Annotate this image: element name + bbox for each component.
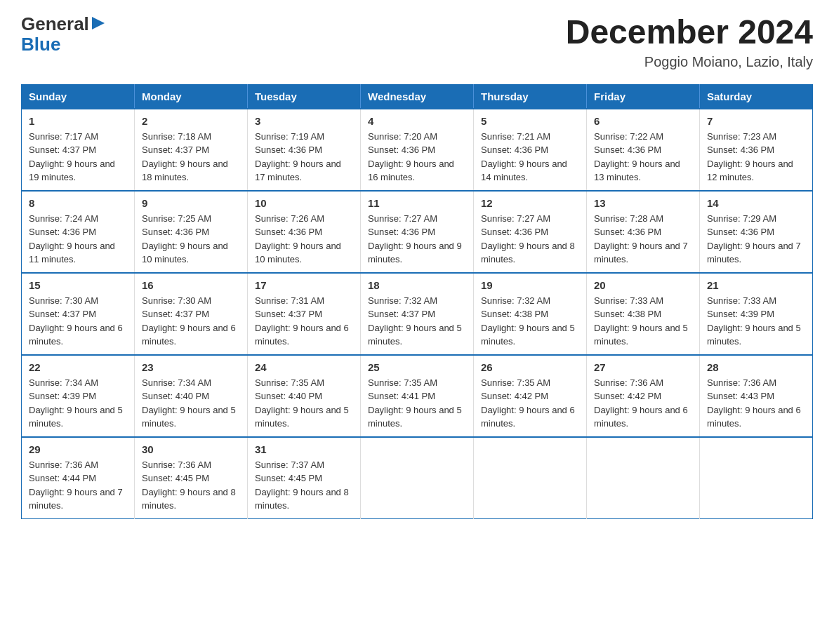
sunset-label: Sunset: 4:44 PM <box>29 473 96 483</box>
calendar-week-row: 29 Sunrise: 7:36 AM Sunset: 4:44 PM Dayl… <box>22 437 813 519</box>
weekday-header-sunday: Sunday <box>22 84 135 109</box>
calendar-cell: 19 Sunrise: 7:32 AM Sunset: 4:38 PM Dayl… <box>474 273 587 355</box>
daylight-label: Daylight: 9 hours and 18 minutes. <box>142 159 228 183</box>
calendar-cell: 13 Sunrise: 7:28 AM Sunset: 4:36 PM Dayl… <box>587 191 700 273</box>
day-info: Sunrise: 7:31 AM Sunset: 4:37 PM Dayligh… <box>255 294 353 349</box>
daylight-label: Daylight: 9 hours and 5 minutes. <box>368 323 462 347</box>
day-number: 6 <box>594 115 692 127</box>
calendar-cell: 21 Sunrise: 7:33 AM Sunset: 4:39 PM Dayl… <box>700 273 813 355</box>
daylight-label: Daylight: 9 hours and 19 minutes. <box>29 159 115 183</box>
calendar-cell: 8 Sunrise: 7:24 AM Sunset: 4:36 PM Dayli… <box>22 191 135 273</box>
calendar-cell: 11 Sunrise: 7:27 AM Sunset: 4:36 PM Dayl… <box>361 191 474 273</box>
sunrise-label: Sunrise: 7:33 AM <box>594 295 663 306</box>
sunrise-label: Sunrise: 7:22 AM <box>594 131 663 142</box>
sunset-label: Sunset: 4:36 PM <box>594 227 661 237</box>
sunrise-label: Sunrise: 7:27 AM <box>481 213 550 224</box>
day-number: 10 <box>255 197 353 209</box>
calendar-cell: 2 Sunrise: 7:18 AM Sunset: 4:37 PM Dayli… <box>135 109 248 191</box>
daylight-label: Daylight: 9 hours and 6 minutes. <box>255 323 349 347</box>
sunset-label: Sunset: 4:40 PM <box>142 391 209 401</box>
day-number: 13 <box>594 197 692 209</box>
calendar-cell: 31 Sunrise: 7:37 AM Sunset: 4:45 PM Dayl… <box>248 437 361 519</box>
sunrise-label: Sunrise: 7:19 AM <box>255 131 324 142</box>
day-number: 23 <box>142 361 240 373</box>
calendar-cell: 4 Sunrise: 7:20 AM Sunset: 4:36 PM Dayli… <box>361 109 474 191</box>
calendar-cell: 18 Sunrise: 7:32 AM Sunset: 4:37 PM Dayl… <box>361 273 474 355</box>
weekday-header-wednesday: Wednesday <box>361 84 474 109</box>
calendar-cell: 16 Sunrise: 7:30 AM Sunset: 4:37 PM Dayl… <box>135 273 248 355</box>
day-info: Sunrise: 7:36 AM Sunset: 4:44 PM Dayligh… <box>29 458 127 513</box>
calendar-cell: 7 Sunrise: 7:23 AM Sunset: 4:36 PM Dayli… <box>700 109 813 191</box>
calendar-cell: 6 Sunrise: 7:22 AM Sunset: 4:36 PM Dayli… <box>587 109 700 191</box>
sunrise-label: Sunrise: 7:36 AM <box>142 459 211 470</box>
day-number: 30 <box>142 443 240 455</box>
sunset-label: Sunset: 4:42 PM <box>594 391 661 401</box>
day-info: Sunrise: 7:26 AM Sunset: 4:36 PM Dayligh… <box>255 212 353 267</box>
day-info: Sunrise: 7:36 AM Sunset: 4:45 PM Dayligh… <box>142 458 240 513</box>
calendar-cell: 9 Sunrise: 7:25 AM Sunset: 4:36 PM Dayli… <box>135 191 248 273</box>
day-info: Sunrise: 7:35 AM Sunset: 4:41 PM Dayligh… <box>368 376 466 431</box>
sunset-label: Sunset: 4:36 PM <box>707 227 774 237</box>
day-info: Sunrise: 7:29 AM Sunset: 4:36 PM Dayligh… <box>707 212 805 267</box>
day-number: 25 <box>368 361 466 373</box>
sunrise-label: Sunrise: 7:23 AM <box>707 131 776 142</box>
day-info: Sunrise: 7:27 AM Sunset: 4:36 PM Dayligh… <box>368 212 466 267</box>
svg-marker-0 <box>92 17 105 29</box>
calendar-cell: 17 Sunrise: 7:31 AM Sunset: 4:37 PM Dayl… <box>248 273 361 355</box>
weekday-header-thursday: Thursday <box>474 84 587 109</box>
sunrise-label: Sunrise: 7:32 AM <box>368 295 437 306</box>
daylight-label: Daylight: 9 hours and 8 minutes. <box>255 487 349 511</box>
day-number: 31 <box>255 443 353 455</box>
daylight-label: Daylight: 9 hours and 8 minutes. <box>481 241 575 265</box>
calendar-cell: 5 Sunrise: 7:21 AM Sunset: 4:36 PM Dayli… <box>474 109 587 191</box>
day-number: 28 <box>707 361 805 373</box>
calendar-cell: 25 Sunrise: 7:35 AM Sunset: 4:41 PM Dayl… <box>361 355 474 437</box>
calendar-cell: 23 Sunrise: 7:34 AM Sunset: 4:40 PM Dayl… <box>135 355 248 437</box>
sunrise-label: Sunrise: 7:34 AM <box>142 377 211 388</box>
daylight-label: Daylight: 9 hours and 5 minutes. <box>29 405 123 429</box>
day-number: 15 <box>29 279 127 291</box>
day-info: Sunrise: 7:32 AM Sunset: 4:38 PM Dayligh… <box>481 294 579 349</box>
day-info: Sunrise: 7:22 AM Sunset: 4:36 PM Dayligh… <box>594 130 692 185</box>
sunset-label: Sunset: 4:40 PM <box>255 391 322 401</box>
sunrise-label: Sunrise: 7:30 AM <box>142 295 211 306</box>
calendar-week-row: 22 Sunrise: 7:34 AM Sunset: 4:39 PM Dayl… <box>22 355 813 437</box>
weekday-header-friday: Friday <box>587 84 700 109</box>
day-info: Sunrise: 7:32 AM Sunset: 4:37 PM Dayligh… <box>368 294 466 349</box>
daylight-label: Daylight: 9 hours and 8 minutes. <box>142 487 236 511</box>
day-info: Sunrise: 7:33 AM Sunset: 4:39 PM Dayligh… <box>707 294 805 349</box>
day-info: Sunrise: 7:34 AM Sunset: 4:39 PM Dayligh… <box>29 376 127 431</box>
day-number: 14 <box>707 197 805 209</box>
sunset-label: Sunset: 4:37 PM <box>368 309 435 319</box>
sunset-label: Sunset: 4:43 PM <box>707 391 774 401</box>
day-info: Sunrise: 7:35 AM Sunset: 4:40 PM Dayligh… <box>255 376 353 431</box>
sunrise-label: Sunrise: 7:29 AM <box>707 213 776 224</box>
sunset-label: Sunset: 4:37 PM <box>142 309 209 319</box>
page-header: General Blue December 2024 Poggio Moiano… <box>21 14 813 70</box>
day-number: 24 <box>255 361 353 373</box>
day-number: 20 <box>594 279 692 291</box>
calendar-week-row: 8 Sunrise: 7:24 AM Sunset: 4:36 PM Dayli… <box>22 191 813 273</box>
sunrise-label: Sunrise: 7:20 AM <box>368 131 437 142</box>
day-info: Sunrise: 7:18 AM Sunset: 4:37 PM Dayligh… <box>142 130 240 185</box>
sunset-label: Sunset: 4:36 PM <box>29 227 96 237</box>
sunrise-label: Sunrise: 7:36 AM <box>594 377 663 388</box>
day-number: 17 <box>255 279 353 291</box>
calendar-cell: 27 Sunrise: 7:36 AM Sunset: 4:42 PM Dayl… <box>587 355 700 437</box>
daylight-label: Daylight: 9 hours and 5 minutes. <box>255 405 349 429</box>
day-info: Sunrise: 7:17 AM Sunset: 4:37 PM Dayligh… <box>29 130 127 185</box>
sunset-label: Sunset: 4:37 PM <box>142 145 209 155</box>
weekday-header-tuesday: Tuesday <box>248 84 361 109</box>
day-info: Sunrise: 7:34 AM Sunset: 4:40 PM Dayligh… <box>142 376 240 431</box>
calendar-cell: 22 Sunrise: 7:34 AM Sunset: 4:39 PM Dayl… <box>22 355 135 437</box>
day-info: Sunrise: 7:36 AM Sunset: 4:42 PM Dayligh… <box>594 376 692 431</box>
sunrise-label: Sunrise: 7:34 AM <box>29 377 98 388</box>
sunset-label: Sunset: 4:37 PM <box>29 309 96 319</box>
daylight-label: Daylight: 9 hours and 17 minutes. <box>255 159 341 183</box>
daylight-label: Daylight: 9 hours and 5 minutes. <box>707 323 801 347</box>
day-number: 11 <box>368 197 466 209</box>
sunset-label: Sunset: 4:37 PM <box>255 309 322 319</box>
sunrise-label: Sunrise: 7:21 AM <box>481 131 550 142</box>
weekday-header-row: SundayMondayTuesdayWednesdayThursdayFrid… <box>22 84 813 109</box>
daylight-label: Daylight: 9 hours and 12 minutes. <box>707 159 793 183</box>
